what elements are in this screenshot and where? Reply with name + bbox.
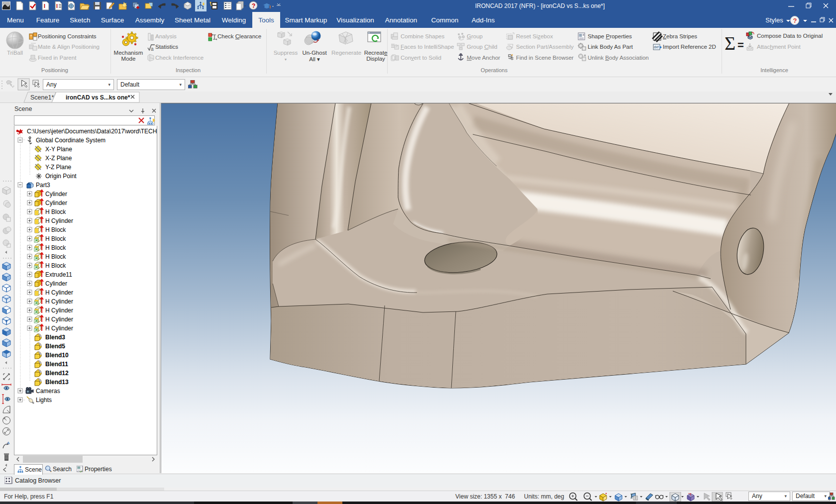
svg-text:H Cylinder: H Cylinder xyxy=(45,325,73,332)
svg-text:Blend12: Blend12 xyxy=(45,370,69,377)
svg-text:H Block: H Block xyxy=(45,208,66,215)
svg-text:H Cylinder: H Cylinder xyxy=(45,289,73,296)
svg-text:Σ: Σ xyxy=(725,33,735,54)
svg-text:a: a xyxy=(151,46,154,52)
svg-text:Origin Point: Origin Point xyxy=(45,173,77,180)
svg-text:?: ? xyxy=(252,2,255,9)
svg-text:Extrude11: Extrude11 xyxy=(45,271,72,278)
svg-text:ironCAD vs S...ks one*: ironCAD vs S...ks one* xyxy=(66,94,130,101)
svg-text:H Block: H Block xyxy=(45,226,66,233)
svg-text:C:\Users\jeter\Documents\Data\: C:\Users\jeter\Documents\Data\2017\word\… xyxy=(27,128,157,135)
svg-text:Cylinder: Cylinder xyxy=(45,200,67,206)
svg-text:I: I xyxy=(56,3,58,9)
svg-text:Blend10: Blend10 xyxy=(45,352,69,359)
svg-text:H Block: H Block xyxy=(45,235,66,242)
svg-text:X-Y Plane: X-Y Plane xyxy=(45,146,72,153)
svg-text:H Block: H Block xyxy=(45,262,66,269)
svg-text:Y-Z Plane: Y-Z Plane xyxy=(45,164,72,171)
svg-text:Part3: Part3 xyxy=(36,182,50,189)
svg-text:H Block: H Block xyxy=(45,244,66,251)
svg-text:?: ? xyxy=(793,17,797,24)
svg-text:=: = xyxy=(737,39,744,51)
svg-text:Cylinder: Cylinder xyxy=(45,191,67,198)
svg-text:H Cylinder: H Cylinder xyxy=(45,307,73,314)
svg-text:H Block: H Block xyxy=(45,253,66,260)
svg-text:H Cylinder: H Cylinder xyxy=(45,316,73,323)
svg-text:Blend11: Blend11 xyxy=(45,361,68,368)
svg-text:H Cylinder: H Cylinder xyxy=(45,298,73,305)
svg-text:Blend5: Blend5 xyxy=(45,343,65,350)
svg-text:Cylinder: Cylinder xyxy=(45,280,67,287)
svg-text:Scene1*: Scene1* xyxy=(30,94,54,101)
svg-text:H Cylinder: H Cylinder xyxy=(45,217,73,224)
svg-text:Cameras: Cameras xyxy=(36,388,60,395)
svg-text:I: I xyxy=(44,3,45,9)
svg-text:Global Coordinate System: Global Coordinate System xyxy=(36,137,105,144)
svg-text:Blend3: Blend3 xyxy=(45,334,65,341)
svg-text:dxf: dxf xyxy=(654,45,658,49)
svg-text:A: A xyxy=(7,441,10,445)
svg-text:Lights: Lights xyxy=(36,397,52,403)
svg-text:Blend13: Blend13 xyxy=(45,379,69,386)
svg-text:X-Z Plane: X-Z Plane xyxy=(45,155,72,162)
